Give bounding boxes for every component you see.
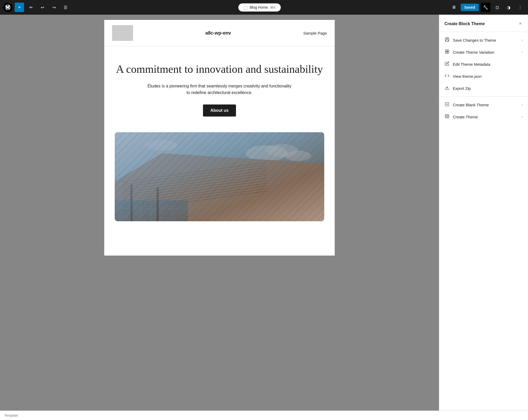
view-json-label: View theme.json: [453, 74, 482, 79]
close-sidebar-button[interactable]: ×: [518, 20, 523, 27]
about-us-button[interactable]: About us: [203, 104, 236, 117]
blog-icon: ⬚: [244, 5, 248, 10]
nav-sample-page[interactable]: Sample Page: [303, 31, 327, 35]
toolbar: + ✏ ↩ ↪ ☰ ⬚ Blog Home ⌘K 🖥 Saved 🔧: [0, 0, 528, 15]
create-variation-chevron: ›: [522, 50, 523, 54]
saved-label: Saved: [464, 5, 475, 9]
wrench-icon: 🔧: [483, 5, 488, 10]
svg-rect-31: [445, 50, 447, 51]
code-icon: [444, 73, 450, 79]
create-blank-label: Create Blank Theme: [453, 103, 489, 107]
canvas-wrapper[interactable]: a8c-wp-env Sample Page A commitment to i…: [0, 15, 439, 411]
site-logo: [112, 25, 133, 41]
svg-line-7: [123, 165, 267, 185]
hero-body: Études is a pioneering firm that seamles…: [146, 83, 293, 96]
edit-metadata-icon: [444, 61, 450, 67]
contrast-icon: ◑: [507, 5, 510, 10]
svg-rect-26: [130, 185, 133, 221]
menu-item-create-blank[interactable]: Create Blank Theme ›: [439, 99, 528, 111]
svg-rect-40: [446, 115, 448, 117]
menu-divider-1: [439, 96, 528, 97]
sidebar-title: Create Block Theme: [444, 21, 485, 26]
main-area: a8c-wp-env Sample Page A commitment to i…: [0, 15, 528, 411]
add-icon: +: [18, 4, 21, 10]
menu-item-view-json[interactable]: View theme.json ›: [439, 70, 528, 82]
create-theme-chevron: ›: [522, 115, 523, 119]
svg-line-11: [123, 175, 267, 195]
editor-canvas: a8c-wp-env Sample Page A commitment to i…: [104, 20, 335, 256]
svg-point-1: [246, 145, 288, 161]
svg-line-6: [123, 162, 267, 182]
save-changes-label: Save Changes to Theme: [453, 38, 496, 42]
pencil-icon: ✏: [29, 5, 33, 10]
redo-icon: ↪: [52, 5, 56, 10]
hero-section: A commitment to innovation and sustainab…: [104, 46, 335, 127]
keyboard-shortcut: ⌘K: [270, 5, 276, 9]
page-header: a8c-wp-env Sample Page: [104, 20, 335, 46]
undo-button[interactable]: ↩: [38, 3, 47, 12]
layout-icon: ⊡: [496, 5, 499, 10]
status-label: Template: [4, 413, 18, 417]
blank-theme-icon: [444, 102, 450, 108]
svg-rect-39: [445, 114, 449, 118]
sidebar-panel: Create Block Theme × Save Changes to The: [439, 15, 528, 411]
redo-button[interactable]: ↪: [49, 3, 59, 12]
list-view-button[interactable]: ☰: [61, 3, 70, 12]
add-block-button[interactable]: +: [15, 3, 24, 12]
svg-line-10: [123, 173, 267, 192]
layout-button[interactable]: ⊡: [492, 3, 502, 12]
more-options-button[interactable]: ⋮: [515, 3, 525, 12]
svg-line-15: [123, 186, 267, 206]
saved-button[interactable]: Saved: [461, 4, 479, 11]
svg-rect-33: [445, 52, 447, 53]
svg-rect-27: [157, 187, 159, 221]
export-zip-label: Export Zip: [453, 86, 471, 91]
status-bar: Template: [0, 411, 528, 420]
menu-item-edit-metadata[interactable]: Edit Theme Metadata ›: [439, 58, 528, 70]
edit-metadata-label: Edit Theme Metadata: [453, 62, 490, 67]
svg-line-14: [123, 183, 267, 203]
menu-item-save-changes[interactable]: Save Changes to Theme ›: [439, 34, 528, 46]
command-palette-button[interactable]: ⬚ Blog Home ⌘K: [238, 3, 281, 12]
svg-line-12: [123, 178, 267, 198]
undo-icon: ↩: [41, 5, 44, 10]
site-name: a8c-wp-env: [205, 30, 231, 36]
wordpress-logo[interactable]: [3, 3, 13, 12]
create-variation-label: Create Theme Variation: [453, 50, 494, 54]
svg-line-8: [123, 168, 267, 187]
create-blank-chevron: ›: [522, 103, 523, 107]
sidebar-content: Save Changes to Theme › Create The: [439, 32, 528, 411]
svg-rect-0: [115, 132, 324, 221]
building-image: [115, 132, 324, 221]
device-preview-button[interactable]: 🖥: [449, 3, 459, 12]
tools-button[interactable]: 🔧: [481, 3, 490, 12]
variation-icon: [444, 49, 450, 55]
download-icon: [444, 85, 450, 91]
list-icon: ☰: [64, 5, 67, 10]
svg-line-9: [123, 170, 267, 190]
sidebar-header: Create Block Theme ×: [439, 15, 528, 32]
save-changes-chevron: ›: [522, 38, 523, 42]
svg-point-4: [146, 140, 178, 151]
blog-home-label: Blog Home: [250, 5, 268, 9]
menu-item-export-zip[interactable]: Export Zip ›: [439, 82, 528, 94]
svg-rect-32: [447, 50, 449, 51]
edit-mode-button[interactable]: ✏: [26, 3, 36, 12]
create-theme-icon: [444, 114, 450, 120]
save-icon: [444, 37, 450, 43]
svg-rect-18: [115, 200, 188, 221]
svg-marker-5: [115, 153, 324, 221]
menu-item-create-theme[interactable]: Create Theme ›: [439, 111, 528, 123]
hero-title: A commitment to innovation and sustainab…: [115, 62, 324, 76]
menu-item-create-variation[interactable]: Create Theme Variation ›: [439, 46, 528, 58]
svg-line-16: [123, 189, 267, 208]
more-icon: ⋮: [518, 5, 522, 10]
svg-point-3: [285, 151, 311, 161]
svg-point-2: [267, 144, 298, 157]
monitor-icon: 🖥: [452, 5, 456, 10]
svg-rect-30: [446, 40, 448, 41]
svg-rect-29: [446, 38, 448, 39]
create-theme-label: Create Theme: [453, 115, 478, 119]
contrast-button[interactable]: ◑: [504, 3, 513, 12]
svg-line-13: [123, 181, 267, 200]
